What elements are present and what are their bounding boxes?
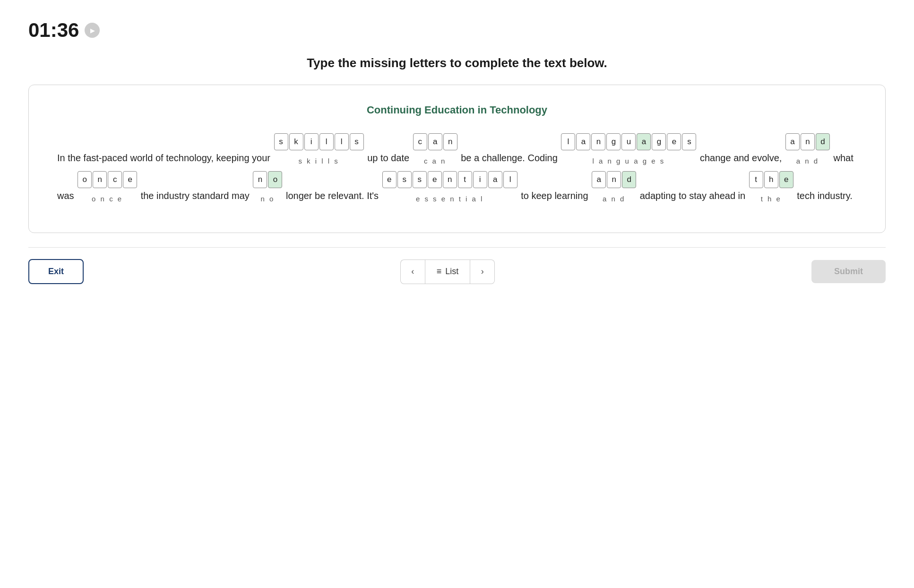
skills-boxes[interactable]: s k i l l s — [274, 133, 364, 150]
skills-k[interactable]: k — [289, 133, 303, 150]
skills-i[interactable]: i — [304, 133, 319, 150]
can-n[interactable]: n — [443, 133, 457, 150]
and1-n[interactable]: n — [801, 133, 815, 150]
and2-a[interactable]: a — [592, 171, 606, 188]
skills-l2[interactable]: l — [335, 133, 349, 150]
can-a[interactable]: a — [428, 133, 442, 150]
can-boxes[interactable]: c a n — [413, 133, 457, 150]
ess-s2[interactable]: s — [413, 171, 427, 188]
and2-d[interactable]: d — [622, 171, 636, 188]
timer-display: 01:36 — [28, 19, 79, 42]
word-the: t h e t h e — [749, 171, 793, 209]
text-intro: In the fast-paced world of technology, k… — [57, 153, 273, 163]
the-e[interactable]: e — [779, 171, 793, 188]
the-t[interactable]: t — [749, 171, 763, 188]
lang-u[interactable]: u — [621, 133, 636, 150]
once-n[interactable]: n — [93, 171, 107, 188]
content-box: Continuing Education in Technology In th… — [28, 85, 886, 233]
and2-label: a n d — [603, 189, 625, 209]
languages-boxes[interactable]: l a n g u a g e s — [561, 133, 696, 150]
the-h[interactable]: h — [764, 171, 778, 188]
word-no: n o n o — [253, 171, 282, 209]
list-icon: ≡ — [437, 267, 442, 277]
skills-label: s k i l l s — [298, 151, 339, 171]
lang-e[interactable]: e — [667, 133, 681, 150]
word-languages: l a n g u a g e s l a n g u a g e s — [561, 133, 696, 171]
lang-l[interactable]: l — [561, 133, 575, 150]
word-and2: a n d a n d — [592, 171, 636, 209]
play-button[interactable]: ▶ — [85, 23, 100, 38]
once-boxes[interactable]: o n c e — [78, 171, 137, 188]
and1-boxes[interactable]: a n d — [785, 133, 830, 150]
text-adaptingstayahead: adapting to stay ahead in — [640, 190, 748, 201]
lang-s[interactable]: s — [682, 133, 696, 150]
essential-label: e s s e n t i a l — [416, 189, 484, 209]
word-and1: a n d a n d — [785, 133, 830, 171]
word-once: o n c e o n c e — [78, 171, 137, 209]
bottom-bar: Exit ‹ ≡ List › Submit — [28, 247, 886, 284]
text-bea: be a challenge. Coding — [461, 153, 560, 163]
the-label: t h e — [761, 189, 782, 209]
word-essential: e s s e n t i a l e s s e n t i a l — [382, 171, 517, 209]
submit-button[interactable]: Submit — [811, 260, 886, 283]
lang-n[interactable]: n — [591, 133, 605, 150]
skills-s1[interactable]: s — [274, 133, 288, 150]
ess-t[interactable]: t — [458, 171, 472, 188]
skills-s2[interactable]: s — [350, 133, 364, 150]
list-button[interactable]: ≡ List — [425, 259, 471, 284]
no-n[interactable]: n — [253, 171, 267, 188]
ess-e1[interactable]: e — [382, 171, 397, 188]
and2-n[interactable]: n — [607, 171, 621, 188]
passage-text: In the fast-paced world of technology, k… — [57, 133, 857, 209]
prev-button[interactable]: ‹ — [400, 259, 425, 284]
lang-a2[interactable]: a — [637, 133, 651, 150]
no-boxes[interactable]: n o — [253, 171, 282, 188]
exit-button[interactable]: Exit — [28, 259, 84, 284]
lang-g1[interactable]: g — [606, 133, 621, 150]
word-can: c a n c a n — [413, 133, 457, 171]
timer-row: 01:36 ▶ — [28, 19, 886, 42]
and1-a[interactable]: a — [785, 133, 800, 150]
text-longerrelevant: longer be relevant. It's — [286, 190, 381, 201]
ess-n[interactable]: n — [443, 171, 457, 188]
no-label: n o — [260, 189, 275, 209]
word-skills: s k i l l s s k i l l s — [274, 133, 364, 171]
can-c[interactable]: c — [413, 133, 427, 150]
and1-label: a n d — [796, 151, 819, 171]
text-uptodate: up to date — [367, 153, 412, 163]
once-label: o n c e — [92, 189, 123, 209]
the-boxes[interactable]: t h e — [749, 171, 793, 188]
ess-l[interactable]: l — [503, 171, 517, 188]
once-o[interactable]: o — [78, 171, 92, 188]
passage-title: Continuing Education in Technology — [57, 104, 857, 116]
lang-g2[interactable]: g — [652, 133, 666, 150]
and2-boxes[interactable]: a n d — [592, 171, 636, 188]
lang-a[interactable]: a — [576, 133, 590, 150]
once-c[interactable]: c — [108, 171, 122, 188]
list-label: List — [445, 267, 458, 277]
text-tokeeplearning: to keep learning — [521, 190, 591, 201]
text-the: the industry standard may — [141, 190, 252, 201]
and1-d[interactable]: d — [816, 133, 830, 150]
ess-s1[interactable]: s — [397, 171, 412, 188]
skills-l1[interactable]: l — [319, 133, 334, 150]
essential-boxes[interactable]: e s s e n t i a l — [382, 171, 517, 188]
ess-a[interactable]: a — [488, 171, 502, 188]
ess-i[interactable]: i — [473, 171, 487, 188]
next-button[interactable]: › — [470, 259, 495, 284]
instruction-text: Type the missing letters to complete the… — [28, 56, 886, 70]
no-o[interactable]: o — [268, 171, 282, 188]
nav-group: ‹ ≡ List › — [400, 259, 495, 284]
text-changeevolve: change and evolve, — [700, 153, 785, 163]
text-techindustry: tech industry. — [797, 190, 852, 201]
ess-e2[interactable]: e — [428, 171, 442, 188]
once-e[interactable]: e — [123, 171, 137, 188]
